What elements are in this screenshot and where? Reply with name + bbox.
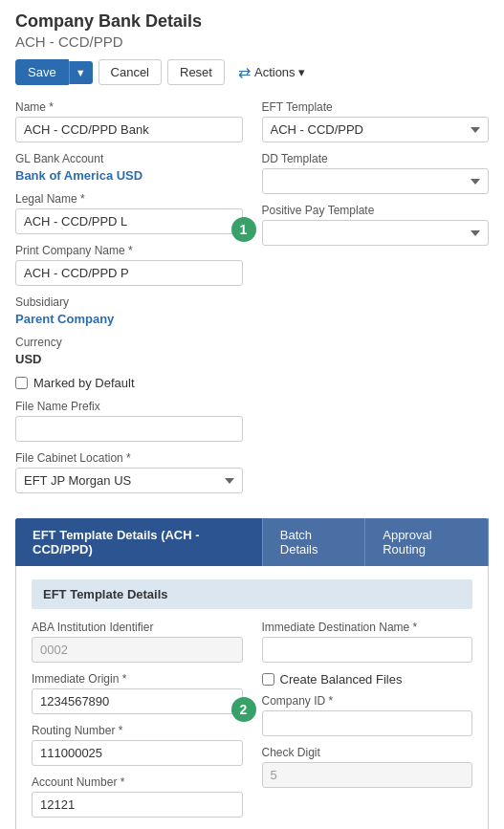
marked-default-group: Marked by Default <box>15 376 243 390</box>
reset-button[interactable]: Reset <box>167 59 225 85</box>
actions-icon: ⇄ <box>238 63 251 81</box>
file-name-prefix-input[interactable] <box>15 416 243 442</box>
immediate-dest-group: Immediate Destination Name * <box>262 621 473 663</box>
print-company-input[interactable] <box>15 260 243 286</box>
eft-right-column: Immediate Destination Name * Create Bala… <box>262 621 473 827</box>
account-number-label: Account Number * <box>32 775 243 789</box>
immediate-origin-input[interactable] <box>32 688 243 714</box>
save-button-group: Save ▼ <box>15 59 93 85</box>
actions-label: Actions ▾ <box>254 65 305 79</box>
tab-eft-template-details[interactable]: EFT Template Details (ACH - CCD/PPD) <box>15 518 263 566</box>
immediate-origin-group: Immediate Origin * 2 <box>32 672 243 714</box>
legal-name-label: Legal Name * <box>15 192 243 206</box>
left-column: Name * GL Bank Account Bank of America U… <box>15 100 243 503</box>
aba-label: ABA Institution Identifier <box>32 621 243 634</box>
file-name-prefix-group: File Name Prefix <box>15 400 243 442</box>
file-cabinet-select[interactable]: EFT JP Morgan US <box>15 468 243 493</box>
gl-bank-label: GL Bank Account <box>15 152 243 165</box>
legal-name-group: Legal Name * 1 <box>15 192 243 234</box>
check-digit-input <box>262 762 473 788</box>
marked-default-label: Marked by Default <box>33 376 135 390</box>
company-id-label: Company ID * <box>262 694 473 708</box>
legal-name-input[interactable] <box>15 208 243 234</box>
gl-bank-value: Bank of America USD <box>15 168 243 183</box>
dd-template-label: DD Template <box>262 152 490 165</box>
account-number-group: Account Number * <box>32 775 243 818</box>
aba-group: ABA Institution Identifier <box>32 621 243 663</box>
check-digit-label: Check Digit <box>262 746 473 759</box>
immediate-dest-label: Immediate Destination Name * <box>262 621 473 634</box>
check-digit-group: Check Digit <box>262 746 473 788</box>
page-subtitle: ACH - CCD/PPD <box>15 33 489 50</box>
save-button[interactable]: Save <box>15 59 69 85</box>
name-field-group: Name * <box>15 100 243 142</box>
gl-bank-group: GL Bank Account Bank of America USD <box>15 152 243 183</box>
currency-label: Currency <box>15 336 243 349</box>
file-name-prefix-label: File Name Prefix <box>15 400 243 413</box>
eft-template-select[interactable]: ACH - CCD/PPD <box>262 117 490 142</box>
eft-section-header: EFT Template Details <box>32 579 472 609</box>
subsidiary-group: Subsidiary Parent Company <box>15 295 243 326</box>
routing-number-label: Routing Number * <box>32 724 243 737</box>
name-label: Name * <box>15 100 243 114</box>
badge-2: 2 <box>231 697 256 722</box>
file-cabinet-group: File Cabinet Location * EFT JP Morgan US <box>15 451 243 493</box>
positive-pay-group: Positive Pay Template <box>262 204 490 246</box>
currency-value: USD <box>15 352 243 366</box>
positive-pay-label: Positive Pay Template <box>262 204 490 217</box>
eft-left-column: ABA Institution Identifier Immediate Ori… <box>32 621 243 827</box>
save-dropdown-button[interactable]: ▼ <box>69 61 93 84</box>
section-tabs: EFT Template Details (ACH - CCD/PPD) Bat… <box>15 518 489 566</box>
tab-batch-details[interactable]: Batch Details <box>263 518 365 566</box>
currency-group: Currency USD <box>15 336 243 366</box>
create-balanced-checkbox[interactable] <box>262 673 274 686</box>
subsidiary-value: Parent Company <box>15 312 243 326</box>
eft-template-label: EFT Template <box>262 100 490 114</box>
main-form: Name * GL Bank Account Bank of America U… <box>15 100 489 503</box>
create-balanced-group: Create Balanced Files <box>262 672 473 687</box>
name-input[interactable] <box>15 117 243 142</box>
marked-default-checkbox[interactable] <box>15 377 28 389</box>
tab-approval-routing[interactable]: Approval Routing <box>365 518 489 566</box>
eft-template-group: EFT Template ACH - CCD/PPD <box>262 100 490 142</box>
create-balanced-label: Create Balanced Files <box>280 672 403 687</box>
print-company-label: Print Company Name * <box>15 244 243 257</box>
eft-template-details-section: EFT Template Details ABA Institution Ide… <box>15 566 489 829</box>
company-id-input[interactable] <box>262 710 473 736</box>
right-column: EFT Template ACH - CCD/PPD DD Template P… <box>262 100 490 503</box>
company-id-group: Company ID * <box>262 694 473 736</box>
routing-number-group: Routing Number * <box>32 724 243 766</box>
badge-1: 1 <box>231 217 256 242</box>
account-number-input[interactable] <box>32 792 243 818</box>
page-title: Company Bank Details <box>15 11 489 32</box>
positive-pay-select[interactable] <box>262 220 490 246</box>
cancel-button[interactable]: Cancel <box>99 59 162 85</box>
toolbar: Save ▼ Cancel Reset ⇄ Actions ▾ <box>15 59 489 85</box>
actions-button[interactable]: ⇄ Actions ▾ <box>238 63 305 81</box>
file-cabinet-label: File Cabinet Location * <box>15 451 243 465</box>
print-company-group: Print Company Name * <box>15 244 243 286</box>
aba-input <box>32 637 243 663</box>
dd-template-group: DD Template <box>262 152 490 194</box>
immediate-origin-label: Immediate Origin * <box>32 672 243 686</box>
immediate-dest-input[interactable] <box>262 637 473 663</box>
dd-template-select[interactable] <box>262 168 490 194</box>
eft-form: ABA Institution Identifier Immediate Ori… <box>32 621 472 827</box>
routing-number-input[interactable] <box>32 740 243 766</box>
subsidiary-label: Subsidiary <box>15 295 243 309</box>
